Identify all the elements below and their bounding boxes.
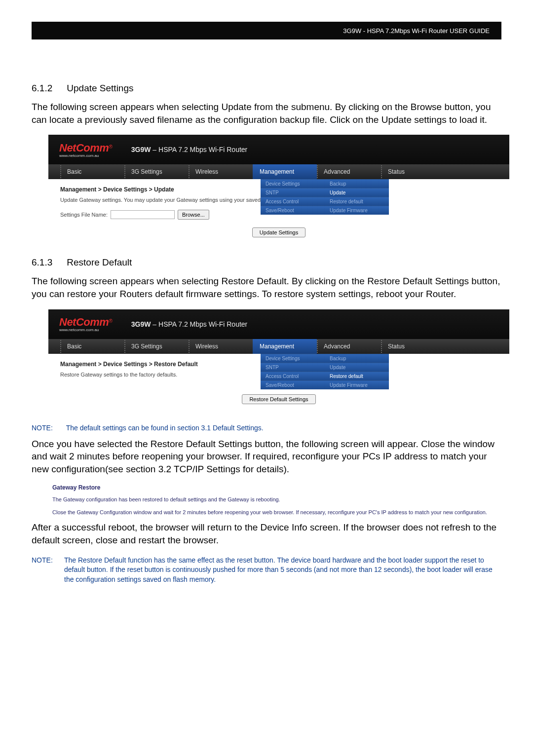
nav-basic[interactable]: Basic	[60, 164, 124, 179]
dd-update[interactable]: Update	[325, 188, 389, 197]
note-text: The Restore Default function has the sam…	[64, 556, 501, 585]
section-name: Update Settings	[67, 83, 133, 93]
dd-backup[interactable]: Backup	[325, 354, 389, 363]
logo: NetComm® www.netcomm.com.au	[59, 316, 113, 332]
dd-sntp[interactable]: SNTP	[261, 363, 325, 372]
nav-bar: Basic 3G Settings Wireless Management Ad…	[48, 339, 509, 354]
router-title: 3G9W – HSPA 7.2 Mbps Wi-Fi Router	[131, 146, 248, 153]
nav-3g[interactable]: 3G Settings	[124, 164, 189, 179]
router-desc: – HSPA 7.2 Mbps Wi-Fi Router	[151, 146, 247, 153]
para-after-reboot: After a successful reboot, the browser w…	[32, 521, 501, 546]
nav-advanced[interactable]: Advanced	[317, 339, 381, 354]
screenshot-update-settings: NetComm® www.netcomm.com.au 3G9W – HSPA …	[48, 135, 509, 246]
nav-management[interactable]: Management	[253, 164, 317, 179]
gw-line2: Close the Gateway Configuration window a…	[52, 509, 506, 516]
section-title-613: 6.1.3 Restore Default	[32, 257, 501, 268]
router-header: NetComm® www.netcomm.com.au 3G9W – HSPA …	[48, 135, 509, 164]
para-after-restore: Once you have selected the Restore Defau…	[32, 438, 501, 476]
restore-default-button[interactable]: Restore Default Settings	[242, 394, 315, 404]
screenshot-restore-default: NetComm® www.netcomm.com.au 3G9W – HSPA …	[48, 309, 509, 413]
note-text: The default settings can be found in sec…	[66, 424, 264, 432]
para-612: The following screen appears when select…	[32, 101, 501, 126]
nav-wireless[interactable]: Wireless	[189, 339, 253, 354]
nav-status[interactable]: Status	[381, 164, 445, 179]
dd-device-settings[interactable]: Device Settings	[261, 179, 325, 188]
router-model: 3G9W	[131, 320, 151, 328]
dd-update[interactable]: Update	[325, 363, 389, 372]
nav-management[interactable]: Management	[253, 339, 317, 354]
gw-line1: The Gateway configuration has been resto…	[52, 496, 506, 503]
note-label: NOTE:	[32, 424, 64, 432]
section-number: 6.1.3	[32, 257, 64, 268]
dd-access-control[interactable]: Access Control	[261, 372, 325, 380]
nav-status[interactable]: Status	[381, 339, 445, 354]
dd-update-firmware[interactable]: Update Firmware	[325, 380, 389, 389]
note-1: NOTE: The default settings can be found …	[32, 424, 501, 432]
section-name: Restore Default	[67, 257, 132, 267]
note-2: NOTE: The Restore Default function has t…	[32, 556, 501, 585]
logo: NetComm® www.netcomm.com.au	[59, 142, 113, 158]
dd-save-reboot[interactable]: Save/Reboot	[261, 380, 325, 389]
para-613: The following screen appears when select…	[32, 275, 501, 300]
update-settings-button[interactable]: Update Settings	[252, 227, 305, 237]
logo-subtext: www.netcomm.com.au	[59, 153, 113, 158]
submenu-dropdown: Device Settings SNTP Access Control Save…	[261, 179, 389, 215]
dd-device-settings[interactable]: Device Settings	[261, 354, 325, 363]
router-title: 3G9W – HSPA 7.2 Mbps Wi-Fi Router	[131, 320, 248, 328]
section-number: 6.1.2	[32, 83, 64, 94]
logo-text: NetComm	[59, 142, 109, 154]
nav-basic[interactable]: Basic	[60, 339, 124, 354]
logo-subtext: www.netcomm.com.au	[59, 328, 113, 332]
router-header: NetComm® www.netcomm.com.au 3G9W – HSPA …	[48, 309, 509, 339]
nav-advanced[interactable]: Advanced	[317, 164, 381, 179]
content-area: Management > Device Settings > Restore D…	[48, 354, 509, 413]
submenu-dropdown: Device Settings SNTP Access Control Save…	[261, 354, 389, 389]
dd-save-reboot[interactable]: Save/Reboot	[261, 206, 325, 215]
router-desc: – HSPA 7.2 Mbps Wi-Fi Router	[151, 320, 247, 328]
dd-access-control[interactable]: Access Control	[261, 197, 325, 206]
section-title-612: 6.1.2 Update Settings	[32, 83, 501, 94]
file-input[interactable]	[111, 210, 175, 219]
file-label: Settings File Name:	[60, 212, 108, 218]
dd-restore-default[interactable]: Restore default	[325, 372, 389, 380]
gateway-restore-box: Gateway Restore The Gateway configuratio…	[52, 484, 506, 516]
note-label: NOTE:	[32, 556, 64, 585]
doc-header-title: 3G9W - HSPA 7.2Mbps Wi-Fi Router USER GU…	[343, 27, 490, 35]
doc-header: 3G9W - HSPA 7.2Mbps Wi-Fi Router USER GU…	[32, 22, 501, 39]
nav-3g[interactable]: 3G Settings	[124, 339, 189, 354]
browse-button[interactable]: Browse...	[178, 210, 209, 220]
router-model: 3G9W	[131, 146, 151, 153]
dd-backup[interactable]: Backup	[325, 179, 389, 188]
nav-wireless[interactable]: Wireless	[189, 164, 253, 179]
gw-title: Gateway Restore	[52, 484, 506, 491]
nav-bar: Basic 3G Settings Wireless Management Ad…	[48, 164, 509, 179]
dd-sntp[interactable]: SNTP	[261, 188, 325, 197]
dd-restore-default[interactable]: Restore default	[325, 197, 389, 206]
content-area: Management > Device Settings > Update Up…	[48, 179, 509, 246]
logo-text: NetComm	[59, 316, 109, 328]
dd-update-firmware[interactable]: Update Firmware	[325, 206, 389, 215]
